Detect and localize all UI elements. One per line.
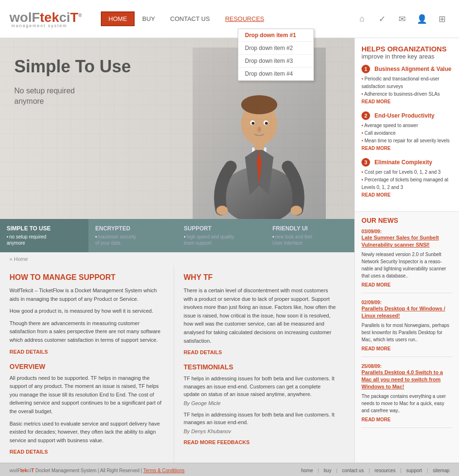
news-item-2: 02/09/09: Parallels Desktop 4 for Window… [361,300,452,357]
main-nav: HOME BUY CONTACT US RESOURCES [101,11,354,26]
header: wolFtekciT® management system HOME BUY C… [0,0,459,38]
content-area: HOW TO MANAGE SUPPORT WolfTekcit – Ticke… [0,266,354,463]
header-icons: ⌂ ✓ ✉ 👤 ⊞ [354,11,449,27]
left-center: Simple To Use No setup required anymore [0,38,354,463]
news-body-3: The package contains everything a user n… [361,393,452,414]
helps-num-1: 1 [361,65,370,73]
footer-link-sitemap[interactable]: sitemap [433,468,449,473]
test2-author: By Denys Khubanov [184,428,338,434]
news-headline-2[interactable]: Parallels Desktop 4 for Windows / Linux … [361,305,452,320]
nav-buy[interactable]: BUY [135,11,163,26]
svg-point-14 [216,206,228,215]
news-readmore-1[interactable]: READ MORE [361,282,391,288]
how-title: HOW TO MANAGE SUPPORT [10,273,164,282]
dropdown-item-2[interactable]: Drop down item #2 [238,42,313,55]
helps-item-1-readmore[interactable]: READ MORE [361,99,391,104]
helps-item-2-bullet-1: Average speed to answer [361,122,452,129]
testimonials-read-link[interactable]: READ MORE FEEDBACKS [184,439,250,445]
news-date-2: 02/09/09: [361,300,452,305]
tab-friendly[interactable]: FRIENDLY UI •new look and feel User Inte… [266,219,354,252]
tab-friendly-title: FRIENDLY UI [273,225,348,232]
news-headline-1[interactable]: Late Summer Sales for Sunbelt Vulnerabil… [361,234,452,249]
helps-main-title: HELPS ORGANIZATIONS [361,45,452,53]
news-date-1: 03/09/09: [361,229,452,234]
why-read-link[interactable]: READ DETAILS [184,349,222,355]
network-icon[interactable]: ⊞ [434,11,449,27]
how-read-link[interactable]: READ DETAILS [10,349,48,355]
helps-section: HELPS ORGANIZATIONS improve in three key… [355,38,459,212]
test1-author: By Geoge Micle [184,400,338,406]
svg-point-12 [265,122,268,125]
svg-point-8 [241,95,277,114]
footer-link-contact[interactable]: contact us [342,468,364,473]
why-title: WHY TF [184,273,338,282]
nav-resources[interactable]: RESOURCES [217,11,272,26]
news-readmore-3[interactable]: READ MORE [361,417,391,422]
center-column: WHY TF There is a certain level of disco… [174,266,347,463]
helps-item-2-title: 2 End-User Productivity [361,111,452,120]
helps-item-2-readmore[interactable]: READ MORE [361,146,391,151]
helps-item-3-title: 3 Eliminate Complexity [361,158,452,167]
breadcrumb: Home [0,252,354,266]
dropdown-item-1[interactable]: Drop down item #1 [238,29,313,42]
home-icon[interactable]: ⌂ [354,11,370,27]
how-body1: WolfTekcit – TicketFlow is a Docket Mana… [10,287,164,303]
helps-item-3-bullet-2: Percentage of tickets being managed at L… [361,176,452,191]
overview-body2: Basic metrics used to evaluate service a… [10,420,164,445]
helps-item-3-readmore[interactable]: READ MORE [361,192,391,198]
resources-dropdown: Drop down item #1 Drop down item #2 Drop… [238,29,314,81]
news-headline-3[interactable]: Parallels Desktop 4.0 Switch to a Mac al… [361,369,452,391]
news-body-2: Parallels is for most Norwegians, perhap… [361,322,452,343]
tab-support-desc: •high speed and quality team support [184,234,259,246]
hero-title: Simple To Use [14,57,131,76]
helps-item-3-bullet-1: Cost per call for Levels 0, 1, 2 and 3 [361,169,452,176]
nav-contact[interactable]: CONTACT US [163,11,217,26]
footer-right: home | buy | contact us | resources | su… [301,468,449,473]
nav-home[interactable]: HOME [101,11,135,26]
helps-item-2-bullet-2: Call avoidance [361,129,452,137]
tab-support[interactable]: SUPPORT •high speed and quality team sup… [177,219,266,252]
svg-point-15 [291,206,302,215]
dropdown-item-3[interactable]: Drop down item #3 [238,55,313,68]
how-body3: Though there are advancements in measuri… [10,319,164,345]
right-sidebar: HELPS ORGANIZATIONS improve in three key… [354,38,459,463]
footer: wolFtekciT Docket Management System | Al… [0,463,459,476]
news-readmore-2[interactable]: READ MORE [361,346,391,351]
tab-support-title: SUPPORT [184,225,259,232]
helps-item-1-bullet-2: Adherence to business-driven SLAs [361,90,452,98]
why-body: There is a certain level of discontentme… [184,287,338,345]
how-body2: How good a product is, is measured by ho… [10,307,164,316]
news-date-3: 25/08/09: [361,364,452,369]
footer-terms-link[interactable]: Terms & Conditions [143,468,185,473]
helps-item-2-bullet-3: Mean time to repair for all severity lev… [361,137,452,145]
news-item-1: 03/09/09: Late Summer Sales for Sunbelt … [361,229,452,293]
footer-link-home[interactable]: home [301,468,313,473]
logo: wolFtekciT® management system [10,10,82,28]
footer-link-buy[interactable]: buy [324,468,332,473]
tab-encrypted-desc: •maximum security of your data [95,234,170,246]
footer-link-resources[interactable]: resources [375,468,396,473]
tab-friendly-desc: •new look and feel User Interface [273,234,348,246]
mail-icon[interactable]: ✉ [394,11,410,27]
tab-simple[interactable]: SIMPLE TO USE •no setup required anymore [0,219,88,252]
footer-copyright: Docket Management System | All Right Res… [35,468,143,473]
breadcrumb-home[interactable]: Home [14,256,28,262]
footer-link-support[interactable]: support [406,468,422,473]
overview-title: OVERVIEW [10,363,164,370]
hero-subtitle: No setup required anymore [14,86,131,107]
helps-item-1-title: 1 Business Alignment & Value [361,65,452,73]
footer-left: wolFtekciT Docket Management System | Al… [10,468,185,473]
hero-text: Simple To Use No setup required anymore [14,57,131,107]
helps-sub-title: improve in three key areas [361,53,452,60]
news-body-1: Newly released version 2.0 of Sunbelt Ne… [361,251,452,279]
dropdown-item-4[interactable]: Drop down item #4 [238,68,313,80]
overview-read-link[interactable]: READ DETAILS [10,449,48,455]
tab-simple-desc: •no setup required anymore [7,234,82,246]
helps-item-1: 1 Business Alignment & Value Periodic an… [361,65,452,105]
check-icon[interactable]: ✓ [374,11,390,27]
user-icon[interactable]: 👤 [414,11,430,27]
helps-item-1-bullet-1: Periodic and transactional end-user sati… [361,75,452,90]
logo-subtitle: management system [11,23,82,28]
helps-num-2: 2 [361,111,370,120]
tab-encrypted[interactable]: ENCRYPTED •maximum security of your data [88,219,177,252]
